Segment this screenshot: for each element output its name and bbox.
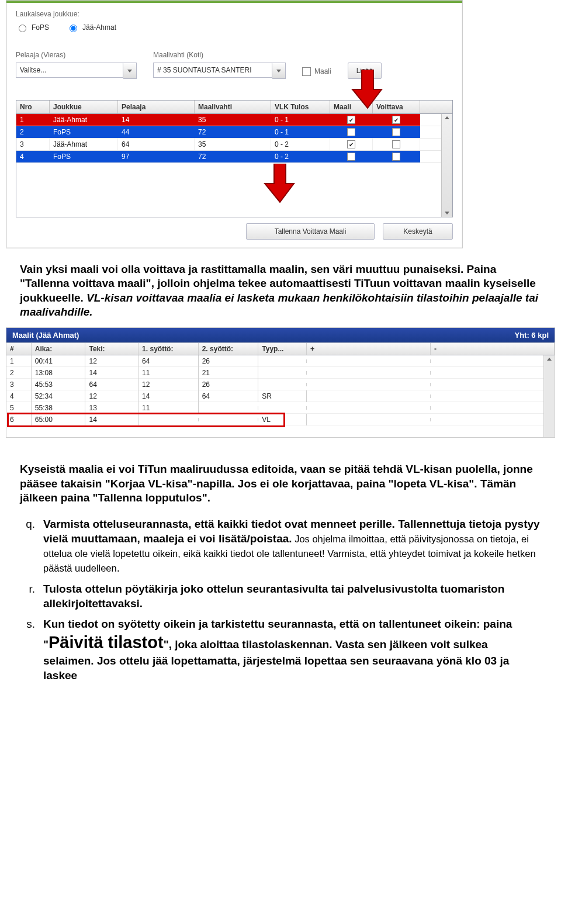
col-nro[interactable]: Nro	[16, 101, 50, 113]
grid-header: Nro Joukkue Pelaaja Maalivahti VLK Tulos…	[16, 101, 452, 114]
panel-titlebar: Maalit (Jää Ahmat) Yht: 6 kpl	[6, 328, 555, 342]
goalie-home-combo[interactable]	[153, 63, 286, 79]
goal-checkbox-label: Maali	[314, 67, 331, 75]
col-plus[interactable]: +	[307, 343, 431, 355]
paragraph-1: Vain yksi maali voi olla voittava ja ras…	[0, 248, 561, 319]
player-guest-label: Pelaaja (Vieras)	[16, 51, 137, 59]
radio-jaa-ahmat[interactable]: Jää-Ahmat	[67, 23, 116, 32]
table-row[interactable]: 1Jää-Ahmat14350 - 1✔✔	[16, 114, 452, 126]
shooting-team-label: Laukaiseva joukkue:	[16, 10, 453, 18]
save-winning-goal-button[interactable]: Tallenna Voittava Maali	[246, 223, 375, 240]
player-guest-combo[interactable]	[16, 63, 137, 79]
col-teki[interactable]: Teki:	[85, 343, 138, 355]
panel-total: Yht: 6 kpl	[514, 331, 549, 340]
chevron-down-icon	[127, 70, 132, 72]
goals-grid-scrollbar[interactable]	[543, 355, 555, 437]
player-guest-input[interactable]	[16, 63, 123, 78]
table-row[interactable]: 100:41126426	[6, 355, 555, 367]
table-row[interactable]: 345:53641226	[6, 379, 555, 390]
goalie-home-dropdown-button[interactable]	[272, 63, 286, 79]
list-item-r: r. Tulosta ottelun pöytäkirja joko ottel…	[20, 582, 541, 611]
player-guest-dropdown-button[interactable]	[123, 63, 137, 79]
table-row[interactable]: 3Jää-Ahmat64350 - 2✔	[16, 139, 452, 151]
goal-checkbox[interactable]	[302, 67, 311, 76]
col-joukkue[interactable]: Joukkue	[50, 101, 118, 113]
scroll-up-icon	[547, 358, 552, 361]
goalie-home-label: Maalivahti (Koti)	[153, 51, 286, 59]
paragraph-2: Kyseistä maalia ei voi TiTun maaliruudus…	[0, 438, 561, 505]
goal-check[interactable]	[347, 128, 355, 136]
panel-title: Maalit (Jää Ahmat)	[12, 331, 79, 340]
annotation-highlight-row6	[7, 413, 285, 427]
winning-check[interactable]: ✔	[392, 116, 400, 124]
goal-check[interactable]	[347, 153, 355, 161]
table-row[interactable]: 452:34121464SR	[6, 390, 555, 402]
goals-grid-header: # Aika: Teki: 1. syöttö: 2. syöttö: Tyyp…	[6, 342, 555, 355]
table-row[interactable]: 555:381311	[6, 402, 555, 414]
col-tulos[interactable]: VLK Tulos	[271, 101, 330, 113]
goalie-home-input[interactable]	[153, 63, 272, 78]
grid-scrollbar[interactable]	[441, 114, 452, 217]
col-syotto2[interactable]: 2. syöttö:	[199, 343, 259, 355]
radio-fops[interactable]: FoPS	[16, 23, 49, 32]
col-num[interactable]: #	[6, 343, 32, 355]
instruction-list: q. Varmista otteluseurannasta, että kaik…	[0, 505, 561, 683]
list-item-s: s. Kun tiedot on syötetty oikein ja tark…	[20, 617, 541, 683]
scroll-up-icon	[445, 116, 449, 119]
table-row[interactable]: 213:08141121	[6, 367, 555, 379]
chevron-down-icon	[276, 70, 281, 72]
shooting-team-radios: FoPS Jää-Ahmat	[16, 23, 453, 32]
table-row[interactable]: 4FoPS97720 - 2	[16, 151, 452, 163]
goal-check[interactable]: ✔	[347, 116, 355, 124]
col-syotto1[interactable]: 1. syöttö:	[138, 343, 199, 355]
winning-check[interactable]	[392, 140, 400, 148]
col-pelaaja[interactable]: Pelaaja	[118, 101, 195, 113]
winning-check[interactable]	[392, 128, 400, 136]
col-tyyppi[interactable]: Tyyp...	[258, 343, 307, 355]
screenshot-shootout-dialog: Laukaiseva joukkue: FoPS Jää-Ahmat Pelaa…	[6, 0, 463, 248]
scroll-down-icon	[445, 212, 449, 214]
table-row[interactable]: 2FoPS44720 - 1	[16, 126, 452, 139]
col-aika[interactable]: Aika:	[32, 343, 86, 355]
list-item-q: q. Varmista otteluseurannasta, että kaik…	[20, 517, 541, 575]
screenshot-goals-panel: Maalit (Jää Ahmat) Yht: 6 kpl # Aika: Te…	[6, 327, 555, 438]
col-maalivahti[interactable]: Maalivahti	[195, 101, 271, 113]
cancel-button[interactable]: Keskeytä	[383, 223, 453, 240]
col-minus[interactable]: -	[431, 343, 555, 355]
shootout-grid: Nro Joukkue Pelaaja Maalivahti VLK Tulos…	[16, 100, 453, 217]
goal-check[interactable]: ✔	[347, 140, 355, 148]
winning-check[interactable]	[392, 153, 400, 161]
